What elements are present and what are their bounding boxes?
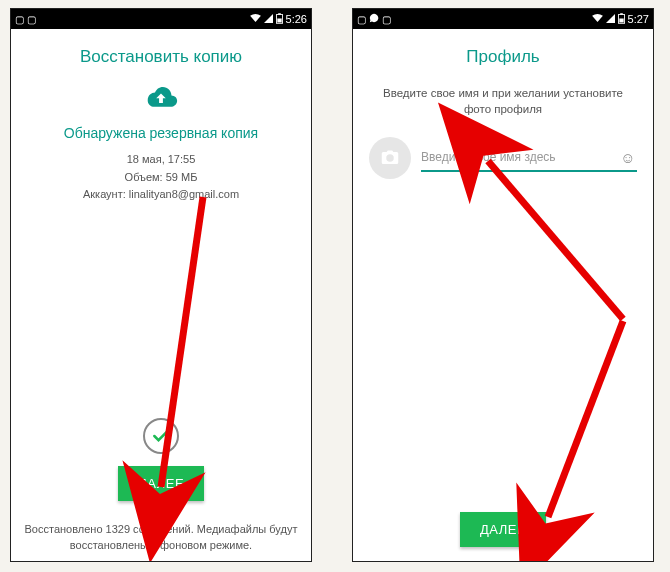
camera-icon: [381, 150, 399, 166]
next-button[interactable]: ДАЛЕЕ: [460, 512, 546, 547]
svg-rect-2: [277, 18, 281, 22]
wifi-icon: [592, 14, 603, 25]
screen-title: Восстановить копию: [23, 47, 299, 67]
app-icon: ▢: [357, 14, 366, 25]
backup-size: Объем: 59 МБ: [23, 169, 299, 187]
screen-title: Профиль: [365, 47, 641, 67]
battery-icon: [276, 13, 283, 26]
name-input-wrap: ☺: [421, 144, 637, 172]
wifi-icon: [250, 14, 261, 25]
signal-icon: [264, 14, 273, 25]
svg-rect-6: [619, 18, 623, 22]
emoji-icon[interactable]: ☺: [619, 148, 637, 166]
restore-status-message: Восстановлено 1329 сообщений. Медиафайлы…: [21, 522, 301, 553]
battery-icon: [618, 13, 625, 26]
backup-date: 18 мая, 17:55: [23, 151, 299, 169]
phone-screenshot-profile: ▢ ▢ 5:27 Профиль Введите свое имя и при …: [352, 8, 654, 562]
app-icon: ▢: [15, 14, 24, 25]
next-button[interactable]: ДАЛЕЕ: [118, 466, 204, 501]
status-time: 5:26: [286, 13, 307, 25]
screen-subtitle: Введите свое имя и при желании установит…: [375, 85, 631, 117]
avatar-placeholder[interactable]: [369, 137, 411, 179]
status-bar: ▢ ▢ 5:27: [353, 9, 653, 29]
cloud-upload-icon: [142, 85, 180, 111]
status-bar: ▢ ▢ 5:26: [11, 9, 311, 29]
app-icon: ▢: [27, 14, 36, 25]
phone-screenshot-restore: ▢ ▢ 5:26 Восстановить копию Обнаружена р…: [10, 8, 312, 562]
success-checkmark-icon: [143, 418, 179, 454]
backup-found-label: Обнаружена резервная копия: [23, 125, 299, 141]
whatsapp-icon: [369, 13, 379, 25]
signal-icon: [606, 14, 615, 25]
status-time: 5:27: [628, 13, 649, 25]
app-icon: ▢: [382, 14, 391, 25]
name-input[interactable]: [421, 150, 619, 164]
backup-account: Аккаунт: linalityan8@gmail.com: [23, 186, 299, 204]
